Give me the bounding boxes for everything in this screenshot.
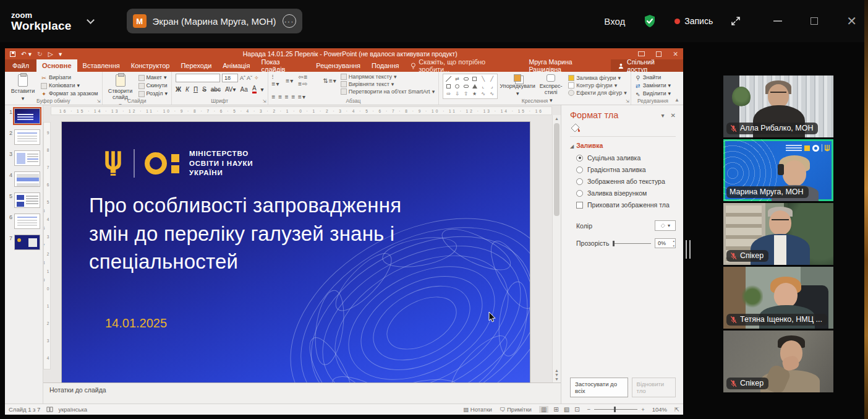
drawing-dialog-launcher[interactable]: ⇲ — [626, 99, 629, 104]
font-name-input[interactable] — [176, 74, 220, 82]
notes-toggle[interactable]: ▤ Нотатки — [463, 406, 492, 413]
slide-5-thumbnail[interactable] — [14, 192, 40, 208]
text-direction-button[interactable]: Напрямок тексту ▾ — [341, 74, 435, 80]
panel-options-icon[interactable]: ▾ — [662, 112, 665, 119]
account-name[interactable]: Мруга Марина Рашидівна — [522, 59, 611, 72]
reset-background-button[interactable]: Відновити тло — [632, 378, 676, 397]
font-size-input[interactable]: 18 — [222, 74, 238, 82]
shape-outline-button[interactable]: Контур фігури ▾ — [568, 82, 627, 89]
slide-canvas[interactable]: МІНІСТЕРСТВО ОСВІТИ І НАУКИ УКРАЇНИ Про … — [62, 122, 530, 382]
comments-toggle[interactable]: 🗨 Примітки — [500, 406, 532, 413]
slide-4-thumbnail[interactable] — [14, 171, 40, 187]
solid-fill-option[interactable]: Суцільна заливка — [576, 154, 676, 162]
thumbnail-row-6[interactable]: 6 — [6, 214, 40, 229]
zoom-slider[interactable]: − + — [587, 406, 645, 413]
thumbnail-row-4[interactable]: 4 — [6, 171, 40, 187]
panel-resize-handle[interactable] — [686, 240, 691, 259]
zoom-percentage[interactable]: 104% — [652, 406, 667, 413]
clear-format-icon[interactable]: ✧ — [254, 75, 259, 81]
zoom-in-icon[interactable]: + — [641, 406, 645, 413]
bullets-button[interactable]: ⁝≡▾ — [272, 74, 282, 87]
transparency-slider[interactable] — [613, 243, 651, 244]
apply-to-all-button[interactable]: Застосувати до всіх — [570, 378, 628, 397]
tab-design[interactable]: Конструктор — [126, 59, 176, 72]
slide-1-thumbnail[interactable] — [14, 108, 40, 124]
clipboard-dialog-launcher[interactable]: ⇲ — [97, 99, 101, 104]
tab-transitions[interactable]: Переходи — [175, 59, 217, 72]
tab-insert[interactable]: Вставлення — [77, 59, 126, 72]
collapse-ribbon-icon[interactable]: ▲ — [674, 97, 683, 105]
font-color-button[interactable]: А — [252, 85, 257, 93]
sign-in-button[interactable]: Вход — [604, 16, 625, 27]
shared-screen-tab[interactable]: M Экран (Марина Мруга, МОН) ··· — [127, 9, 302, 33]
picture-fill-option[interactable]: Зображення або текстура — [576, 178, 676, 185]
find-button[interactable]: ⚲Знайти — [635, 75, 671, 81]
start-slideshow-icon[interactable]: ▷ — [48, 51, 53, 58]
zoom-out-icon[interactable]: − — [587, 406, 591, 413]
shape-effects-button[interactable]: Ефекти для фігур ▾ — [568, 90, 627, 96]
thumbnail-row-5[interactable]: 5 — [6, 192, 40, 208]
video-tile-maryna-active-speaker[interactable]: Марина Мруга, МОН — [723, 139, 833, 201]
numbering-button[interactable]: ≡▾ — [286, 77, 294, 84]
reading-view-icon[interactable]: ▧ — [564, 406, 569, 413]
redo-icon[interactable]: ↻ — [37, 51, 43, 58]
select-button[interactable]: ⇖Виділити ▾ — [635, 91, 671, 97]
ppt-close-button[interactable]: ✕ — [673, 50, 678, 58]
replace-button[interactable]: ⇄Замінити ▾ — [635, 83, 671, 89]
char-spacing-button[interactable]: AV▾ — [225, 86, 236, 93]
scroll-next-slide-icon[interactable]: ▼ — [555, 373, 559, 377]
security-shield-icon[interactable] — [642, 14, 657, 28]
slider-thumb[interactable] — [613, 241, 615, 246]
tab-view[interactable]: Подання — [366, 59, 404, 72]
slide-title[interactable]: Про особливості запровадження змін до пе… — [89, 191, 401, 276]
fill-section-header[interactable]: ◢Заливка — [570, 142, 676, 149]
shapes-gallery[interactable]: ⇄╲╱ ⌞⌟ ⇨⇩⇧★∿∿ — [443, 74, 498, 99]
scroll-up-icon[interactable]: ▲ — [555, 116, 559, 121]
chevron-down-icon[interactable] — [87, 16, 95, 24]
scroll-down-icon[interactable]: ▼ — [555, 377, 559, 381]
slide-3-thumbnail[interactable] — [14, 150, 40, 166]
section-button[interactable]: Розділ ▾ — [138, 91, 168, 97]
more-options-icon[interactable]: ··· — [283, 14, 296, 28]
close-button[interactable]: ✕ — [846, 15, 857, 27]
video-tile-speaker-2[interactable]: Спікер — [723, 330, 833, 392]
language-indicator[interactable]: українська — [58, 406, 87, 413]
scrollbar-thumb[interactable] — [554, 123, 560, 216]
tab-review[interactable]: Рецензування — [310, 59, 366, 72]
thumbnail-row-2[interactable]: 2 — [6, 129, 40, 145]
thumbnail-row-7[interactable]: 7 — [6, 235, 40, 250]
slide-sorter-view-icon[interactable]: ⊞ — [553, 406, 558, 413]
pattern-fill-option[interactable]: Заливка візерунком — [576, 189, 676, 197]
slide-date[interactable]: 14.01.2025 — [105, 316, 167, 330]
tab-slideshow[interactable]: Показ слайдів — [256, 59, 311, 72]
shadow-button[interactable]: abc — [211, 86, 221, 93]
tell-me-box[interactable]: Скажіть, що потрібно зробити... — [404, 59, 522, 72]
indent-buttons[interactable]: ⇦≡ ≡⇨ — [298, 74, 318, 87]
save-icon[interactable] — [10, 51, 15, 57]
video-tile-alla[interactable]: Алла Рибалко, МОН — [723, 76, 833, 137]
format-painter-button[interactable]: ✦Формат за зразком — [41, 91, 98, 97]
line-spacing-button[interactable]: ⇅≡▾ — [323, 77, 337, 84]
spellcheck-book-icon[interactable] — [46, 406, 53, 413]
font-dialog-launcher[interactable]: ⇲ — [263, 99, 266, 104]
color-picker-button[interactable]: ▾ — [655, 220, 676, 231]
underline-button[interactable]: П — [194, 86, 198, 93]
fit-to-window-icon[interactable]: ⇱ — [674, 406, 679, 413]
shape-fill-button[interactable]: Заливка фігури ▾ — [568, 75, 627, 81]
grow-shrink-font-icons[interactable]: Aˆ Aˇ — [240, 75, 252, 81]
bold-button[interactable]: Ж — [176, 86, 181, 93]
slide-vertical-scrollbar[interactable]: ▲ ▲ ▼ ▼ — [552, 115, 561, 382]
maximize-button[interactable] — [811, 17, 818, 25]
tab-file[interactable]: Файл — [5, 59, 36, 72]
reset-button[interactable]: Скинути — [138, 83, 168, 89]
slide-7-thumbnail[interactable] — [14, 235, 40, 250]
ribbon-display-options-icon[interactable] — [638, 51, 645, 56]
ppt-restore-button[interactable] — [656, 51, 662, 57]
slide-2-thumbnail[interactable] — [14, 129, 40, 145]
layout-button[interactable]: Макет ▾ — [138, 75, 168, 81]
undo-icon[interactable]: ↶ ▾ — [21, 51, 32, 58]
smartart-button[interactable]: Перетворити на об'єкт SmartArt ▾ — [341, 89, 435, 95]
fullscreen-expand-icon[interactable] — [730, 15, 741, 27]
zoom-slider-thumb[interactable] — [614, 407, 616, 412]
video-tile-tetiana[interactable]: Тетяна Іщенко, НМЦ ... — [723, 267, 833, 329]
